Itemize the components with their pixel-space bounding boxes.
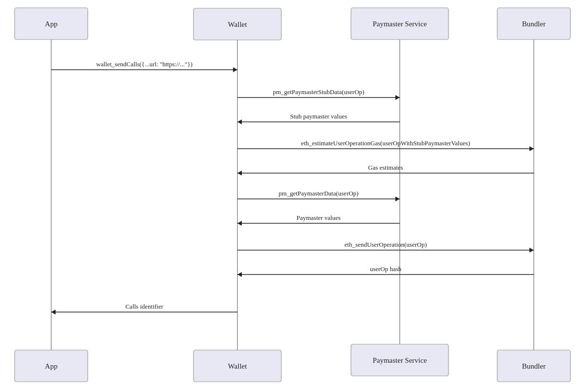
svg-text:Gas estimates: Gas estimates bbox=[368, 164, 403, 171]
svg-text:Stub paymaster values: Stub paymaster values bbox=[290, 113, 347, 120]
svg-text:Calls identifier: Calls identifier bbox=[125, 303, 163, 310]
svg-rect-4 bbox=[351, 8, 448, 39]
svg-marker-42 bbox=[529, 248, 534, 253]
svg-marker-39 bbox=[237, 221, 242, 226]
svg-text:eth_estimateUserOperationGas(u: eth_estimateUserOperationGas(userOpWithS… bbox=[301, 139, 470, 147]
svg-text:pm_getPaymasterData(userOp): pm_getPaymasterData(userOp) bbox=[279, 190, 359, 197]
svg-marker-36 bbox=[395, 196, 400, 201]
svg-text:Paymaster Service: Paymaster Service bbox=[372, 20, 427, 28]
svg-marker-30 bbox=[529, 146, 534, 151]
svg-text:Wallet: Wallet bbox=[228, 362, 248, 370]
svg-rect-0 bbox=[15, 8, 88, 39]
svg-marker-24 bbox=[395, 95, 400, 100]
svg-text:App: App bbox=[45, 362, 58, 370]
svg-marker-21 bbox=[233, 67, 237, 72]
svg-rect-6 bbox=[497, 8, 570, 39]
svg-text:Wallet: Wallet bbox=[228, 20, 248, 28]
svg-text:wallet_sendCalls({...url: "htt: wallet_sendCalls({...url: "https://..."}… bbox=[96, 60, 193, 68]
svg-marker-45 bbox=[237, 272, 242, 277]
svg-marker-48 bbox=[51, 310, 56, 314]
svg-rect-10 bbox=[194, 350, 281, 382]
svg-text:eth_sendUserOperation(userOp): eth_sendUserOperation(userOp) bbox=[345, 241, 427, 248]
svg-text:Paymaster Service: Paymaster Service bbox=[372, 356, 427, 364]
svg-text:pm_getPaymasterStubData(userOp: pm_getPaymasterStubData(userOp) bbox=[273, 88, 365, 96]
svg-rect-12 bbox=[351, 344, 448, 376]
diagram-svg: AppWalletPaymaster ServiceBundlerAppWall… bbox=[0, 0, 585, 392]
svg-text:Paymaster values: Paymaster values bbox=[296, 214, 341, 221]
svg-text:Bundler: Bundler bbox=[522, 362, 546, 370]
svg-rect-14 bbox=[497, 350, 570, 382]
sequence-diagram: AppWalletPaymaster ServiceBundlerAppWall… bbox=[0, 0, 585, 392]
svg-rect-2 bbox=[194, 8, 281, 40]
svg-text:userOp hash: userOp hash bbox=[370, 265, 402, 273]
svg-rect-8 bbox=[15, 350, 88, 382]
svg-text:App: App bbox=[45, 20, 58, 28]
svg-marker-33 bbox=[237, 171, 242, 176]
svg-text:Bundler: Bundler bbox=[522, 20, 546, 28]
svg-marker-27 bbox=[237, 119, 242, 124]
